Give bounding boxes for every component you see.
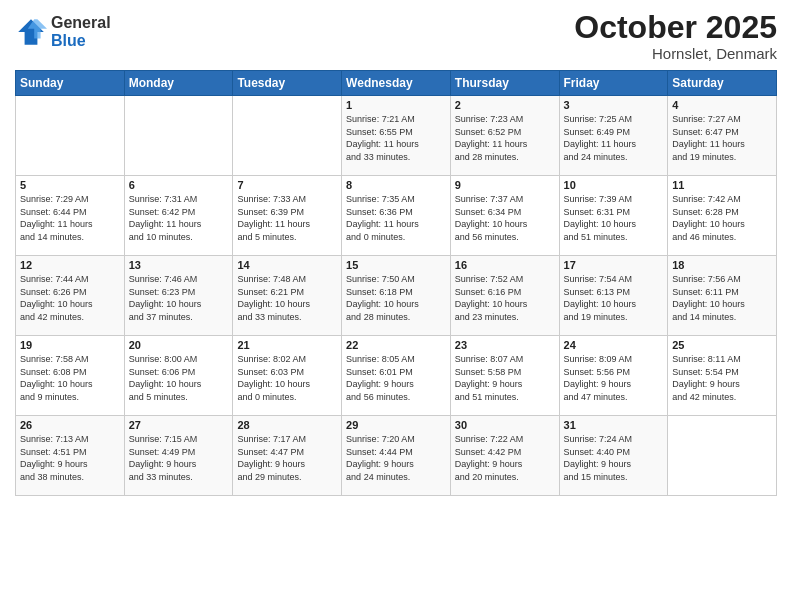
day-number: 6	[129, 179, 229, 191]
day-number: 16	[455, 259, 555, 271]
day-number: 22	[346, 339, 446, 351]
day-info: Sunrise: 7:56 AM Sunset: 6:11 PM Dayligh…	[672, 273, 772, 323]
day-info: Sunrise: 7:17 AM Sunset: 4:47 PM Dayligh…	[237, 433, 337, 483]
day-info: Sunrise: 8:05 AM Sunset: 6:01 PM Dayligh…	[346, 353, 446, 403]
calendar-cell	[668, 416, 777, 496]
day-number: 21	[237, 339, 337, 351]
day-number: 23	[455, 339, 555, 351]
calendar-cell: 3Sunrise: 7:25 AM Sunset: 6:49 PM Daylig…	[559, 96, 668, 176]
day-info: Sunrise: 8:11 AM Sunset: 5:54 PM Dayligh…	[672, 353, 772, 403]
calendar-cell: 1Sunrise: 7:21 AM Sunset: 6:55 PM Daylig…	[342, 96, 451, 176]
calendar-cell: 20Sunrise: 8:00 AM Sunset: 6:06 PM Dayli…	[124, 336, 233, 416]
title-block: October 2025 Hornslet, Denmark	[574, 10, 777, 62]
day-info: Sunrise: 7:29 AM Sunset: 6:44 PM Dayligh…	[20, 193, 120, 243]
day-info: Sunrise: 7:13 AM Sunset: 4:51 PM Dayligh…	[20, 433, 120, 483]
calendar-cell: 29Sunrise: 7:20 AM Sunset: 4:44 PM Dayli…	[342, 416, 451, 496]
day-header: Monday	[124, 71, 233, 96]
day-info: Sunrise: 7:15 AM Sunset: 4:49 PM Dayligh…	[129, 433, 229, 483]
calendar-page: General Blue October 2025 Hornslet, Denm…	[0, 0, 792, 612]
day-number: 27	[129, 419, 229, 431]
calendar-cell: 18Sunrise: 7:56 AM Sunset: 6:11 PM Dayli…	[668, 256, 777, 336]
week-row: 1Sunrise: 7:21 AM Sunset: 6:55 PM Daylig…	[16, 96, 777, 176]
day-info: Sunrise: 7:39 AM Sunset: 6:31 PM Dayligh…	[564, 193, 664, 243]
day-info: Sunrise: 8:02 AM Sunset: 6:03 PM Dayligh…	[237, 353, 337, 403]
day-header: Saturday	[668, 71, 777, 96]
day-number: 3	[564, 99, 664, 111]
calendar-cell: 13Sunrise: 7:46 AM Sunset: 6:23 PM Dayli…	[124, 256, 233, 336]
day-number: 10	[564, 179, 664, 191]
day-number: 17	[564, 259, 664, 271]
day-number: 31	[564, 419, 664, 431]
calendar-cell	[124, 96, 233, 176]
day-number: 29	[346, 419, 446, 431]
day-info: Sunrise: 7:42 AM Sunset: 6:28 PM Dayligh…	[672, 193, 772, 243]
calendar-cell: 23Sunrise: 8:07 AM Sunset: 5:58 PM Dayli…	[450, 336, 559, 416]
day-info: Sunrise: 7:54 AM Sunset: 6:13 PM Dayligh…	[564, 273, 664, 323]
calendar-cell: 11Sunrise: 7:42 AM Sunset: 6:28 PM Dayli…	[668, 176, 777, 256]
day-info: Sunrise: 7:21 AM Sunset: 6:55 PM Dayligh…	[346, 113, 446, 163]
calendar-cell: 5Sunrise: 7:29 AM Sunset: 6:44 PM Daylig…	[16, 176, 125, 256]
week-row: 26Sunrise: 7:13 AM Sunset: 4:51 PM Dayli…	[16, 416, 777, 496]
day-number: 12	[20, 259, 120, 271]
day-number: 2	[455, 99, 555, 111]
calendar-cell: 7Sunrise: 7:33 AM Sunset: 6:39 PM Daylig…	[233, 176, 342, 256]
day-number: 1	[346, 99, 446, 111]
day-number: 28	[237, 419, 337, 431]
day-number: 13	[129, 259, 229, 271]
calendar-cell	[16, 96, 125, 176]
logo-blue: Blue	[51, 32, 111, 50]
logo-text: General Blue	[51, 14, 111, 49]
day-number: 26	[20, 419, 120, 431]
day-number: 30	[455, 419, 555, 431]
calendar-cell: 4Sunrise: 7:27 AM Sunset: 6:47 PM Daylig…	[668, 96, 777, 176]
day-info: Sunrise: 8:09 AM Sunset: 5:56 PM Dayligh…	[564, 353, 664, 403]
calendar-cell: 15Sunrise: 7:50 AM Sunset: 6:18 PM Dayli…	[342, 256, 451, 336]
calendar-cell: 24Sunrise: 8:09 AM Sunset: 5:56 PM Dayli…	[559, 336, 668, 416]
day-info: Sunrise: 7:50 AM Sunset: 6:18 PM Dayligh…	[346, 273, 446, 323]
day-header: Friday	[559, 71, 668, 96]
day-number: 20	[129, 339, 229, 351]
day-number: 25	[672, 339, 772, 351]
calendar-cell: 10Sunrise: 7:39 AM Sunset: 6:31 PM Dayli…	[559, 176, 668, 256]
month-title: October 2025	[574, 10, 777, 45]
week-row: 19Sunrise: 7:58 AM Sunset: 6:08 PM Dayli…	[16, 336, 777, 416]
day-number: 11	[672, 179, 772, 191]
calendar-cell	[233, 96, 342, 176]
day-header: Sunday	[16, 71, 125, 96]
day-header: Tuesday	[233, 71, 342, 96]
day-header: Wednesday	[342, 71, 451, 96]
calendar-cell: 27Sunrise: 7:15 AM Sunset: 4:49 PM Dayli…	[124, 416, 233, 496]
header-row: SundayMondayTuesdayWednesdayThursdayFrid…	[16, 71, 777, 96]
day-info: Sunrise: 7:58 AM Sunset: 6:08 PM Dayligh…	[20, 353, 120, 403]
day-info: Sunrise: 7:46 AM Sunset: 6:23 PM Dayligh…	[129, 273, 229, 323]
day-info: Sunrise: 7:44 AM Sunset: 6:26 PM Dayligh…	[20, 273, 120, 323]
calendar-cell: 8Sunrise: 7:35 AM Sunset: 6:36 PM Daylig…	[342, 176, 451, 256]
day-number: 15	[346, 259, 446, 271]
day-info: Sunrise: 7:25 AM Sunset: 6:49 PM Dayligh…	[564, 113, 664, 163]
day-number: 5	[20, 179, 120, 191]
calendar-cell: 14Sunrise: 7:48 AM Sunset: 6:21 PM Dayli…	[233, 256, 342, 336]
calendar-cell: 28Sunrise: 7:17 AM Sunset: 4:47 PM Dayli…	[233, 416, 342, 496]
day-number: 7	[237, 179, 337, 191]
day-info: Sunrise: 7:27 AM Sunset: 6:47 PM Dayligh…	[672, 113, 772, 163]
calendar-cell: 26Sunrise: 7:13 AM Sunset: 4:51 PM Dayli…	[16, 416, 125, 496]
header: General Blue October 2025 Hornslet, Denm…	[15, 10, 777, 62]
day-info: Sunrise: 7:22 AM Sunset: 4:42 PM Dayligh…	[455, 433, 555, 483]
day-number: 24	[564, 339, 664, 351]
day-number: 18	[672, 259, 772, 271]
day-info: Sunrise: 7:31 AM Sunset: 6:42 PM Dayligh…	[129, 193, 229, 243]
week-row: 12Sunrise: 7:44 AM Sunset: 6:26 PM Dayli…	[16, 256, 777, 336]
day-info: Sunrise: 7:24 AM Sunset: 4:40 PM Dayligh…	[564, 433, 664, 483]
day-info: Sunrise: 7:23 AM Sunset: 6:52 PM Dayligh…	[455, 113, 555, 163]
logo-general: General	[51, 14, 111, 32]
day-info: Sunrise: 8:07 AM Sunset: 5:58 PM Dayligh…	[455, 353, 555, 403]
day-info: Sunrise: 7:20 AM Sunset: 4:44 PM Dayligh…	[346, 433, 446, 483]
logo-icon	[15, 16, 47, 48]
calendar-cell: 22Sunrise: 8:05 AM Sunset: 6:01 PM Dayli…	[342, 336, 451, 416]
calendar-cell: 2Sunrise: 7:23 AM Sunset: 6:52 PM Daylig…	[450, 96, 559, 176]
day-info: Sunrise: 7:35 AM Sunset: 6:36 PM Dayligh…	[346, 193, 446, 243]
calendar-cell: 6Sunrise: 7:31 AM Sunset: 6:42 PM Daylig…	[124, 176, 233, 256]
day-number: 19	[20, 339, 120, 351]
calendar-cell: 12Sunrise: 7:44 AM Sunset: 6:26 PM Dayli…	[16, 256, 125, 336]
calendar-cell: 17Sunrise: 7:54 AM Sunset: 6:13 PM Dayli…	[559, 256, 668, 336]
